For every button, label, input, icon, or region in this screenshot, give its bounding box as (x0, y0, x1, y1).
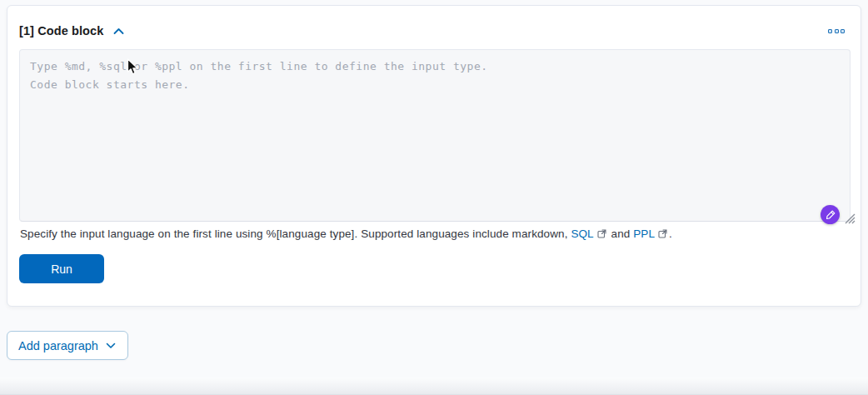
code-block-paragraph-panel: [1] Code block (7, 5, 861, 307)
external-link-icon (597, 229, 606, 238)
help-text-after: . (669, 228, 672, 240)
run-button[interactable]: Run (19, 254, 104, 283)
language-help-text: Specify the input language on the first … (20, 228, 672, 240)
boxes-horizontal-icon (835, 29, 839, 33)
boxes-horizontal-icon (828, 29, 832, 33)
code-editor-container (19, 49, 851, 222)
notebook-page: [1] Code block (0, 0, 868, 395)
chevron-down-icon (106, 342, 116, 349)
assistant-pen-badge[interactable] (821, 205, 840, 224)
sql-link[interactable]: SQL (571, 228, 593, 240)
code-editor-textarea[interactable] (19, 49, 851, 222)
run-button-label: Run (51, 262, 72, 276)
collapse-paragraph-button[interactable] (112, 26, 126, 37)
external-link-icon (658, 229, 667, 238)
help-text-between: and (608, 228, 634, 240)
help-text-before: Specify the input language on the first … (20, 228, 571, 240)
add-paragraph-label: Add paragraph (18, 339, 98, 352)
ppl-link[interactable]: PPL (633, 228, 655, 240)
boxes-horizontal-icon (841, 29, 845, 33)
chevron-up-icon (113, 28, 124, 35)
paragraph-header: [1] Code block (19, 24, 126, 38)
paragraph-actions-button[interactable] (826, 28, 846, 35)
paragraph-title: [1] Code block (19, 24, 103, 38)
add-paragraph-button[interactable]: Add paragraph (7, 331, 128, 360)
pen-icon (826, 210, 836, 220)
textarea-resize-grip[interactable] (842, 211, 856, 228)
bottom-panel-edge (0, 378, 868, 395)
